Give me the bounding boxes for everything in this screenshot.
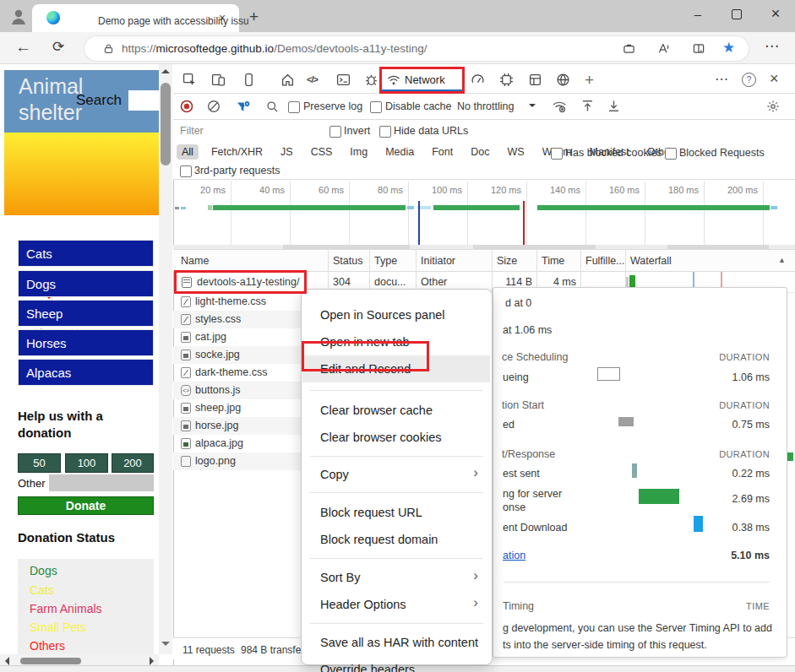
throttling-caret-icon[interactable] <box>529 104 536 107</box>
hide-data-urls-label[interactable]: Hide data URLs <box>394 125 468 137</box>
import-har-icon[interactable] <box>581 99 594 113</box>
menu-clear-browser-cache[interactable]: Clear browser cache <box>302 397 490 424</box>
devtools-close-icon[interactable]: × <box>770 70 779 88</box>
split-screen-icon[interactable] <box>692 42 705 55</box>
performance-icon[interactable] <box>471 73 485 87</box>
settings-more-icon[interactable]: ⋯ <box>765 37 779 55</box>
cats-button[interactable]: Cats <box>18 240 154 267</box>
amount-100-button[interactable]: 100 <box>65 453 108 473</box>
device-emulation-icon[interactable] <box>211 73 226 87</box>
column-initiator[interactable]: Initiator <box>421 255 455 267</box>
disable-cache-checkbox[interactable] <box>370 101 382 113</box>
console-icon[interactable] <box>336 73 351 87</box>
filter-all[interactable]: All <box>177 144 199 160</box>
column-status[interactable]: Status <box>333 255 362 267</box>
explanation-link[interactable]: ation <box>503 550 525 561</box>
clear-network-log-icon[interactable] <box>207 100 221 113</box>
network-conditions-icon[interactable] <box>552 100 567 113</box>
back-icon[interactable]: ← <box>15 38 31 57</box>
address-bar[interactable]: https://microsoftedge.github.io/Demos/de… <box>84 36 749 61</box>
window-close-button[interactable]: × <box>756 0 795 28</box>
dogs-button[interactable]: Dogs <box>18 270 154 297</box>
menu-override-headers[interactable]: Override headers <box>302 656 490 672</box>
filter-media[interactable]: Media <box>380 144 419 160</box>
new-tab-icon[interactable]: + <box>249 8 259 26</box>
inspect-icon[interactable] <box>182 73 197 87</box>
filter-input[interactable]: Filter <box>180 125 204 137</box>
profile-avatar[interactable] <box>8 6 29 26</box>
elements-icon[interactable]: </> <box>307 74 318 84</box>
network-conditions-globe-icon[interactable] <box>556 73 570 87</box>
throttling-dropdown[interactable]: No throttling <box>457 100 514 112</box>
menu-sort-by[interactable]: Sort By› <box>302 564 490 591</box>
has-blocked-cookies-checkbox[interactable] <box>551 148 563 160</box>
menu-clear-browser-cookies[interactable]: Clear browser cookies <box>302 424 490 451</box>
record-network-log-icon[interactable] <box>180 100 193 113</box>
browser-tab[interactable]: Demo page with accessibility issu × <box>32 4 239 32</box>
filter-funnel-icon[interactable] <box>236 100 251 114</box>
amount-50-button[interactable]: 50 <box>18 453 61 473</box>
page-horizontal-scroll-thumb[interactable] <box>20 658 81 664</box>
preserve-log-checkbox[interactable] <box>288 101 300 113</box>
invert-label[interactable]: Invert <box>344 125 370 137</box>
sort-arrow-icon[interactable]: ▲ <box>778 256 786 264</box>
minimize-button[interactable]: – <box>678 0 717 28</box>
other-amount-input[interactable] <box>49 474 154 491</box>
export-har-icon[interactable] <box>607 99 620 113</box>
invert-checkbox[interactable] <box>329 126 341 138</box>
page-vertical-scroll-thumb[interactable] <box>161 83 171 165</box>
memory-icon[interactable] <box>499 73 514 87</box>
blocked-requests-label[interactable]: Blocked Requests <box>679 147 765 159</box>
filter-ws[interactable]: WS <box>502 144 529 160</box>
refresh-icon[interactable]: ⟳ <box>52 38 64 56</box>
filter-font[interactable]: Font <box>427 144 458 160</box>
amount-200-button[interactable]: 200 <box>112 453 154 473</box>
disable-cache-label[interactable]: Disable cache <box>385 100 452 112</box>
welcome-home-icon[interactable] <box>280 73 295 87</box>
search-icon[interactable] <box>266 100 279 113</box>
network-settings-gear-icon[interactable] <box>766 100 780 113</box>
devtools-more-icon[interactable]: ⋯ <box>715 71 728 87</box>
filter-js[interactable]: JS <box>275 144 298 160</box>
column-name[interactable]: Name <box>181 255 209 267</box>
column-type[interactable]: Type <box>374 255 397 267</box>
filter-fetch-xhr[interactable]: Fetch/XHR <box>206 144 268 160</box>
filter-doc[interactable]: Doc <box>466 144 494 160</box>
alpacas-button[interactable]: Alpacas <box>18 359 154 386</box>
menu-block-request-domain[interactable]: Block request domain <box>302 526 490 553</box>
third-party-label[interactable]: 3rd-party requests <box>194 165 280 176</box>
maximize-button[interactable] <box>717 0 756 28</box>
tab-close-icon[interactable]: × <box>219 11 226 24</box>
scroll-left-icon[interactable] <box>5 657 9 665</box>
more-tools-plus-icon[interactable]: + <box>585 71 594 89</box>
menu-copy[interactable]: Copy› <box>302 461 490 488</box>
filter-css[interactable]: CSS <box>306 144 338 160</box>
application-icon[interactable] <box>528 73 542 87</box>
issues-bug-icon[interactable] <box>364 73 378 87</box>
scroll-down-icon[interactable] <box>161 642 170 646</box>
menu-save-all-har[interactable]: Save all as HAR with content <box>302 629 490 656</box>
workspaces-icon[interactable] <box>623 42 635 55</box>
blocked-requests-checkbox[interactable] <box>665 148 677 160</box>
menu-open-in-sources[interactable]: Open in Sources panel <box>302 301 490 328</box>
hide-data-urls-checkbox[interactable] <box>379 126 391 138</box>
column-time[interactable]: Time <box>542 255 564 267</box>
column-waterfall[interactable]: Waterfall <box>630 255 672 267</box>
favorites-star-icon[interactable]: ★ <box>722 39 735 57</box>
activity-bar-icon[interactable] <box>242 73 256 87</box>
help-icon[interactable]: ? <box>742 73 756 87</box>
column-fulfilled[interactable]: Fulfille... <box>585 255 625 267</box>
search-input[interactable] <box>128 90 159 111</box>
menu-header-options[interactable]: Header Options› <box>302 591 490 618</box>
scroll-up-icon[interactable] <box>161 69 170 73</box>
column-size[interactable]: Size <box>497 255 517 267</box>
donate-button[interactable]: Donate <box>18 496 154 515</box>
has-blocked-cookies-label[interactable]: Has blocked cookies <box>565 147 662 159</box>
third-party-checkbox[interactable] <box>180 165 192 177</box>
filter-img[interactable]: Img <box>345 144 373 160</box>
horses-button[interactable]: Horses <box>18 329 154 356</box>
menu-block-request-url[interactable]: Block request URL <box>302 499 490 526</box>
read-aloud-icon[interactable] <box>657 42 671 55</box>
sheep-button[interactable]: Sheep <box>18 300 154 327</box>
scroll-right-icon[interactable] <box>150 657 154 665</box>
